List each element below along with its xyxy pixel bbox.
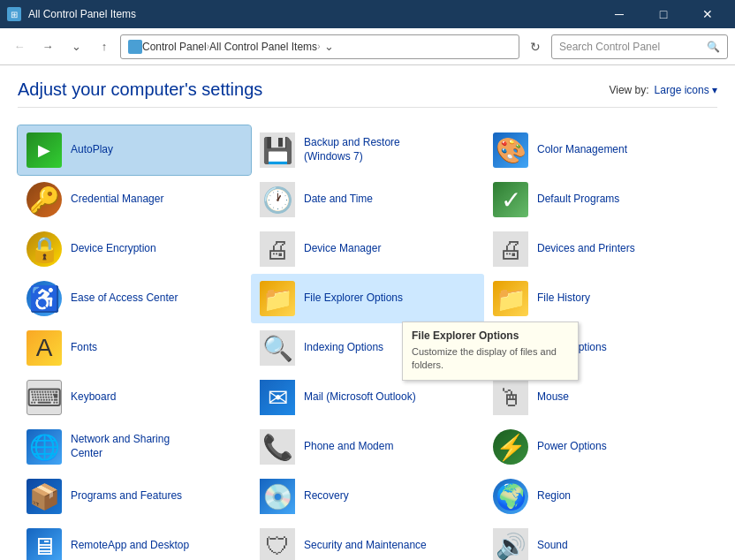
tooltip-popup: File Explorer Options Customize the disp… [402, 322, 579, 381]
device-enc-label: Device Encryption [71, 242, 156, 256]
remote-icon: 🖥 [27, 528, 62, 560]
page-header: Adjust your computer's settings View by:… [18, 79, 717, 108]
panel-item-phone-modem[interactable]: 📞Phone and Modem [251, 422, 484, 472]
panel-item-file-explorer[interactable]: 📁File Explorer Options [251, 274, 484, 323]
panel-item-device-enc[interactable]: 🔒Device Encryption [18, 224, 251, 274]
power-icon: ⚡ [493, 429, 528, 465]
date-time-label: Date and Time [304, 193, 373, 207]
backup-icon: 💾 [260, 132, 295, 168]
address-bar: ← → ⌄ ↑ Control Panel › All Control Pane… [0, 28, 735, 65]
main-content: Adjust your computer's settings View by:… [0, 65, 735, 560]
keyboard-icon: ⌨ [27, 380, 62, 415]
ease-access-label: Ease of Access Center [71, 291, 178, 306]
remote-label: RemoteApp and Desktop [71, 539, 189, 553]
search-placeholder: Search Control Panel [559, 41, 703, 53]
panel-item-file-history[interactable]: 📁File History [484, 274, 717, 323]
default-progs-icon: ✓ [493, 182, 528, 217]
device-mgr-label: Device Manager [304, 242, 381, 256]
panel-item-programs[interactable]: 📦Programs and Features [18, 472, 251, 521]
items-grid: ▶AutoPlay💾Backup and Restore (Windows 7)… [18, 125, 717, 560]
autoplay-icon: ▶ [27, 132, 62, 168]
file-history-icon: 📁 [493, 281, 528, 316]
view-by-value[interactable]: Large icons ▾ [655, 84, 717, 96]
panel-item-network[interactable]: 🌐Network and Sharing Center [18, 422, 251, 472]
indexing-icon: 🔍 [260, 330, 295, 366]
power-label: Power Options [537, 440, 607, 454]
panel-item-default-progs[interactable]: ✓Default Programs [484, 175, 717, 224]
network-icon: 🌐 [27, 429, 62, 465]
panel-item-power[interactable]: ⚡Power Options [484, 422, 717, 472]
file-history-label: File History [537, 291, 590, 306]
address-field[interactable]: Control Panel › All Control Panel Items … [120, 34, 519, 59]
fonts-icon: A [27, 330, 62, 366]
fonts-label: Fonts [71, 341, 97, 355]
autoplay-label: AutoPlay [71, 143, 113, 157]
file-explorer-icon: 📁 [260, 281, 295, 316]
panel-item-autoplay[interactable]: ▶AutoPlay [18, 125, 251, 175]
device-mgr-icon: 🖨 [260, 231, 295, 267]
view-by: View by: Large icons ▾ [609, 84, 717, 96]
ease-access-icon: ♿ [27, 281, 62, 316]
credential-icon: 🔑 [27, 182, 62, 217]
breadcrumb-all-items: All Control Panel Items [209, 41, 317, 53]
window-title: All Control Panel Items [28, 8, 136, 20]
panel-item-remote[interactable]: 🖥RemoteApp and Desktop [18, 521, 251, 560]
close-button[interactable]: ✕ [687, 0, 728, 28]
programs-label: Programs and Features [71, 489, 182, 503]
mail-label: Mail (Microsoft Outlook) [304, 390, 416, 405]
panel-item-keyboard[interactable]: ⌨Keyboard [18, 373, 251, 422]
device-enc-icon: 🔒 [27, 231, 62, 267]
programs-icon: 📦 [27, 479, 62, 514]
breadcrumb-icon [128, 40, 142, 54]
panel-item-color-mgmt[interactable]: 🎨Color Management [484, 125, 717, 175]
dropdown-button[interactable]: ⌄ [64, 34, 88, 59]
title-bar: ⊞ All Control Panel Items ─ □ ✕ [0, 0, 735, 28]
refresh-button[interactable]: ↻ [523, 34, 548, 59]
indexing-label: Indexing Options [304, 341, 383, 355]
phone-modem-label: Phone and Modem [304, 440, 393, 454]
panel-item-region[interactable]: 🌍Region [484, 472, 717, 521]
maximize-button[interactable]: □ [643, 0, 684, 28]
address-dropdown-button[interactable]: ⌄ [320, 34, 337, 59]
panel-item-device-mgr[interactable]: 🖨Device Manager [251, 224, 484, 274]
sound-label: Sound [537, 539, 568, 553]
default-progs-label: Default Programs [537, 193, 619, 207]
forward-button[interactable]: → [35, 34, 60, 59]
tooltip-description: Customize the display of files and folde… [412, 345, 569, 373]
mail-icon: ✉ [260, 380, 295, 415]
security-icon: 🛡 [260, 528, 295, 560]
credential-label: Credential Manager [71, 193, 163, 207]
region-label: Region [537, 489, 571, 503]
network-label: Network and Sharing Center [71, 433, 170, 460]
app-icon: ⊞ [7, 7, 21, 21]
minimize-button[interactable]: ─ [599, 0, 640, 28]
panel-item-fonts[interactable]: AFonts [18, 323, 251, 373]
region-icon: 🌍 [493, 479, 528, 514]
mouse-label: Mouse [537, 390, 569, 405]
panel-item-credential[interactable]: 🔑Credential Manager [18, 175, 251, 224]
panel-item-devices-printers[interactable]: 🖨Devices and Printers [484, 224, 717, 274]
mouse-icon: 🖱 [493, 380, 528, 415]
tooltip-title: File Explorer Options [412, 329, 569, 342]
view-by-label: View by: [609, 84, 648, 96]
panel-item-backup[interactable]: 💾Backup and Restore (Windows 7) [251, 125, 484, 175]
panel-item-recovery[interactable]: 💿Recovery [251, 472, 484, 521]
search-icon: 🔍 [707, 41, 720, 53]
sound-icon: 🔊 [493, 528, 528, 560]
search-box[interactable]: Search Control Panel 🔍 [551, 34, 728, 59]
backup-label: Backup and Restore (Windows 7) [304, 136, 400, 163]
keyboard-label: Keyboard [71, 390, 116, 405]
color-mgmt-label: Color Management [537, 143, 627, 157]
devices-printers-icon: 🖨 [493, 231, 528, 267]
panel-item-security[interactable]: 🛡Security and Maintenance [251, 521, 484, 560]
back-button[interactable]: ← [7, 34, 32, 59]
file-explorer-label: File Explorer Options [304, 291, 403, 306]
up-button[interactable]: ↑ [92, 34, 117, 59]
panel-item-sound[interactable]: 🔊Sound [484, 521, 717, 560]
date-time-icon: 🕐 [260, 182, 295, 217]
panel-item-date-time[interactable]: 🕐Date and Time [251, 175, 484, 224]
devices-printers-label: Devices and Printers [537, 242, 635, 256]
chevron-down-icon: ▾ [712, 84, 717, 96]
phone-modem-icon: 📞 [260, 429, 295, 465]
panel-item-ease-access[interactable]: ♿Ease of Access Center [18, 274, 251, 323]
